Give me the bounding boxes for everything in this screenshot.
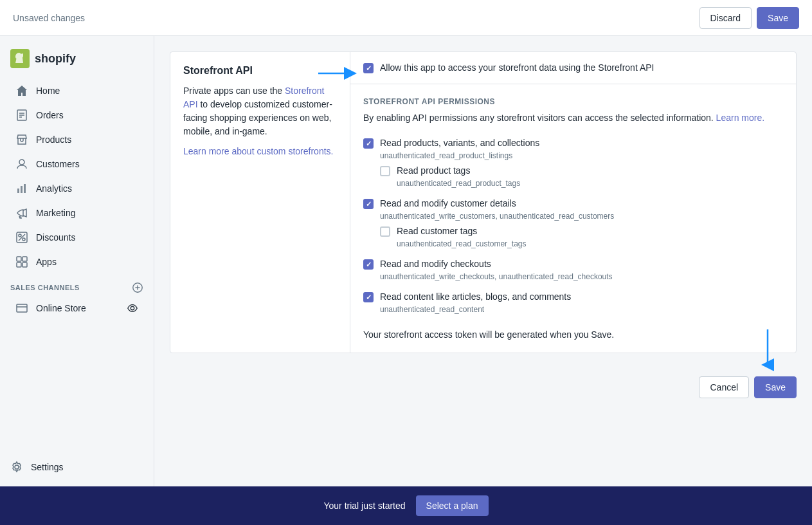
orders-icon [15, 109, 28, 122]
storefront-api-title: Storefront API [183, 65, 337, 77]
sidebar-item-orders[interactable]: Orders [5, 104, 149, 127]
sidebar-item-products[interactable]: Products [5, 128, 149, 151]
customers-icon [15, 158, 28, 170]
home-icon [15, 84, 28, 97]
storefront-api-layout: Storefront API Private apps can use the … [170, 52, 796, 353]
permission-group-checkouts: Read and modify checkouts unauthenticate… [363, 259, 783, 281]
trial-bar: Your trial just started Select a plan [0, 486, 812, 525]
svg-rect-15 [17, 262, 21, 267]
layout: shopify Home Orders Products Customers A… [0, 36, 812, 486]
sales-channels-section: SALES CHANNELS [0, 274, 154, 296]
analytics-icon [15, 182, 28, 195]
online-store-left: Online Store [15, 302, 86, 315]
svg-point-22 [131, 306, 134, 309]
products-icon [15, 133, 28, 146]
svg-point-5 [19, 160, 24, 165]
arrow-svg-horizontal [318, 64, 357, 83]
unsaved-changes-label: Unsaved changes [13, 13, 699, 23]
svg-rect-7 [21, 186, 23, 193]
permission-products-main: Read products, variants, and collections [363, 138, 783, 149]
sidebar-item-customers[interactable]: Customers [5, 152, 149, 176]
perm-product-tags-checkbox[interactable] [380, 166, 390, 176]
allow-access-label: Allow this app to access your storefront… [380, 62, 654, 73]
permissions-title: STOREFRONT API PERMISSIONS [363, 97, 783, 106]
sidebar-item-marketing[interactable]: Marketing [5, 201, 149, 225]
sidebar-analytics-label: Analytics [36, 183, 72, 194]
perm-product-tags-label: Read product tags [397, 165, 470, 176]
allow-access-checkbox[interactable] [363, 63, 374, 73]
sidebar-home-label: Home [36, 86, 60, 96]
sidebar-orders-label: Orders [36, 110, 64, 120]
sidebar-item-settings[interactable]: Settings [0, 456, 154, 479]
perm-product-tags-code: unauthenticated_read_product_tags [397, 179, 783, 188]
perm-customer-tags-code: unauthenticated_read_customer_tags [397, 239, 783, 248]
sidebar-logo-text: shopify [35, 52, 76, 66]
sidebar-apps-label: Apps [36, 257, 57, 267]
permission-content-main: Read content like articles, blogs, and c… [363, 291, 783, 302]
permissions-learn-more[interactable]: Learn more. [716, 113, 764, 123]
bottom-save-button[interactable]: Save [754, 376, 797, 398]
allow-access-row: Allow this app to access your storefront… [350, 52, 796, 84]
perm-customer-tags-item: Read customer tags [380, 226, 783, 237]
horizontal-arrow-annotation [318, 64, 357, 85]
permission-checkouts-main: Read and modify checkouts [363, 259, 783, 270]
desc-text1: Private apps can use the [183, 86, 282, 96]
sidebar-item-apps[interactable]: Apps [5, 250, 149, 273]
discounts-icon [15, 231, 28, 244]
sidebar-marketing-label: Marketing [36, 208, 75, 218]
perm-content-code: unauthenticated_read_content [380, 305, 783, 314]
main-inner: Storefront API Private apps can use the … [170, 51, 797, 409]
perm-customers-label: Read and modify customer details [380, 198, 516, 208]
learn-more-link[interactable]: Learn more about custom storefronts. [183, 146, 333, 156]
token-note: Your storefront access token will be gen… [363, 324, 783, 340]
discard-button[interactable]: Discard [699, 7, 752, 29]
sidebar-discounts-label: Discounts [36, 232, 75, 243]
svg-rect-20 [17, 304, 27, 312]
permission-customers-main: Read and modify customer details [363, 198, 783, 209]
add-channel-icon[interactable] [132, 282, 143, 293]
perm-products-sub: Read product tags unauthenticated_read_p… [380, 165, 783, 188]
perm-customer-tags-checkbox[interactable] [380, 226, 390, 237]
sidebar: shopify Home Orders Products Customers A… [0, 36, 154, 486]
svg-point-9 [19, 234, 21, 237]
cancel-button[interactable]: Cancel [699, 376, 749, 398]
trial-text: Your trial just started [323, 501, 405, 511]
svg-rect-8 [24, 184, 26, 193]
sidebar-item-discounts[interactable]: Discounts [5, 226, 149, 249]
perm-customers-sub: Read customer tags unauthenticated_read_… [380, 226, 783, 248]
perm-products-checkbox[interactable] [363, 138, 374, 149]
sidebar-item-online-store[interactable]: Online Store [5, 297, 149, 320]
perm-content-label: Read content like articles, blogs, and c… [380, 291, 571, 302]
perm-checkouts-checkbox[interactable] [363, 259, 374, 270]
top-save-button[interactable]: Save [757, 7, 799, 29]
perm-customers-checkbox[interactable] [363, 199, 374, 209]
marketing-icon [15, 207, 28, 219]
svg-point-10 [23, 238, 25, 241]
sidebar-logo: shopify [0, 44, 154, 78]
perm-checkouts-code: unauthenticated_write_checkouts, unauthe… [380, 272, 783, 281]
select-plan-button[interactable]: Select a plan [416, 495, 489, 516]
perm-content-checkbox[interactable] [363, 292, 374, 302]
storefront-api-desc: Private apps can use the Storefront API … [183, 84, 337, 138]
svg-line-11 [19, 234, 25, 241]
perm-customer-tags-label: Read customer tags [397, 226, 477, 236]
permission-group-content: Read content like articles, blogs, and c… [363, 291, 783, 314]
online-store-icon [15, 302, 28, 315]
sidebar-item-analytics[interactable]: Analytics [5, 177, 149, 200]
sidebar-customers-label: Customers [36, 159, 80, 169]
top-bar: Unsaved changes Discard Save [0, 0, 812, 36]
svg-rect-14 [23, 257, 27, 261]
svg-rect-6 [17, 189, 19, 193]
storefront-api-card: Storefront API Private apps can use the … [170, 51, 797, 353]
arrow-svg-vertical [758, 329, 777, 368]
storefront-api-right: Allow this app to access your storefront… [350, 52, 796, 353]
sidebar-products-label: Products [36, 134, 71, 145]
permission-group-products: Read products, variants, and collections… [363, 138, 783, 188]
perm-products-code: unauthenticated_read_product_listings [380, 151, 783, 160]
svg-rect-16 [23, 262, 27, 267]
shopify-logo-icon [10, 49, 30, 68]
desc-text2: to develop customized customer-facing sh… [183, 99, 332, 136]
sidebar-item-home[interactable]: Home [5, 79, 149, 102]
bottom-action-area: Cancel Save [170, 366, 797, 409]
apps-icon [15, 255, 28, 268]
